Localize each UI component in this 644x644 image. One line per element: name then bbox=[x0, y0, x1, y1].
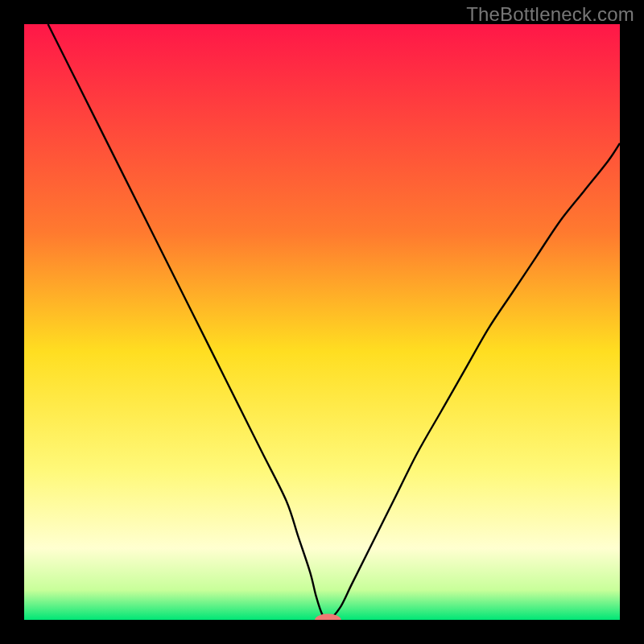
watermark-text: TheBottleneck.com bbox=[466, 3, 634, 26]
bottleneck-chart bbox=[24, 24, 620, 620]
plot-area bbox=[24, 24, 620, 620]
chart-frame: TheBottleneck.com bbox=[0, 0, 644, 644]
gradient-background bbox=[24, 24, 620, 620]
